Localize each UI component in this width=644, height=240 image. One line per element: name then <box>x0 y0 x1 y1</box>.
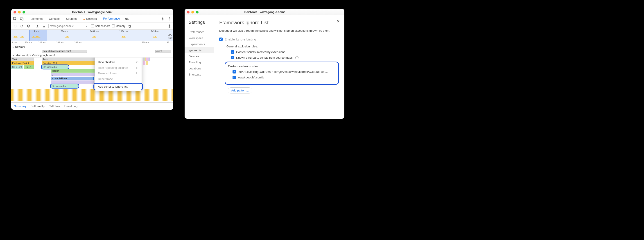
timeline-overview[interactable]: 4 ms 994 ms 1494 ms 1994 ms 2494 ms CPU … <box>11 30 173 41</box>
minimize-window-icon[interactable] <box>18 11 21 13</box>
svg-point-7 <box>14 25 16 27</box>
screenshots-label: Screenshots <box>95 24 110 28</box>
svg-line-9 <box>28 25 30 27</box>
devtools-settings-window: DevTools - www.google.com/ Settings Pref… <box>184 9 344 119</box>
nav-workspace[interactable]: Workspace <box>189 35 214 41</box>
gc-icon[interactable] <box>127 24 132 28</box>
tab-elements[interactable]: Elements <box>28 15 45 22</box>
enable-label: Enable Ignore Listing <box>224 37 256 41</box>
close-window-icon[interactable] <box>187 11 190 13</box>
content-scripts-checkbox[interactable]: ✓Content scripts injected by extensions <box>231 50 339 54</box>
cpu-label: CPU <box>168 34 172 36</box>
flame-evaluate-script[interactable]: Evaluate Script <box>11 61 34 65</box>
svg-point-10 <box>169 25 170 26</box>
third-party-checkbox[interactable]: ✓Known third-party scripts from source m… <box>231 56 339 59</box>
trace-selector[interactable] <box>50 24 84 28</box>
svg-point-4 <box>169 17 170 18</box>
flame-ignore-list[interactable]: On ignore list <box>42 65 68 69</box>
menu-hide-children[interactable]: Hide childrenC <box>95 59 142 65</box>
tab-performance[interactable]: Performance <box>101 15 122 22</box>
nav-devices[interactable]: Devices <box>189 53 214 59</box>
overview-tick: 1994 ms <box>119 30 128 33</box>
nav-experiments[interactable]: Experiments <box>189 41 214 47</box>
panel-tabs: Elements Console Sources Network Perform… <box>11 15 173 22</box>
svg-point-5 <box>169 18 170 19</box>
custom-rule-2[interactable]: ✓www\.google\.com\b <box>232 76 336 79</box>
flame-ignore-list[interactable]: On ignore list <box>51 84 78 88</box>
content-subtext: Debugger will skip through the scripts a… <box>219 29 339 33</box>
context-menu: Hide functionH Hide childrenC Hide repea… <box>94 58 142 91</box>
settings-content: ✕ Framework Ignore List Debugger will sk… <box>214 15 344 119</box>
help-icon[interactable]: ? <box>295 56 298 59</box>
clear-icon[interactable] <box>26 24 31 28</box>
tab-sources[interactable]: Sources <box>64 15 79 22</box>
network-track-header[interactable]: ▶Network <box>11 45 173 49</box>
svg-point-6 <box>169 19 170 20</box>
btab-eventlog[interactable]: Event Log <box>64 105 78 108</box>
detail-tabs: Summary Bottom-Up Call Tree Event Log <box>11 103 173 110</box>
enable-ignore-listing-checkbox[interactable]: ✓ Enable Ignore Listing <box>219 37 339 41</box>
custom-rules-highlight: Custom exclusion rules: ✓/ee=ALeJib:B8gL… <box>225 62 339 85</box>
screenshots-checkbox[interactable]: Screenshots <box>91 24 110 28</box>
flame-ignore-list[interactable]: On i...list <box>11 65 23 69</box>
flame-chart[interactable]: Task Task Evaluate Script Function Call … <box>11 58 173 103</box>
overview-tick: 1494 ms <box>90 30 98 33</box>
btab-bottomup[interactable]: Bottom-Up <box>30 105 44 108</box>
window-title: DevTools - www.google.com/ <box>11 10 173 14</box>
tab-network[interactable]: Network <box>81 15 99 22</box>
nav-locations[interactable]: Locations <box>189 65 214 71</box>
inspect-icon[interactable] <box>12 16 18 21</box>
devtools-performance-window: DevTools - www.google.com/ Elements Cons… <box>11 9 173 110</box>
add-pattern-button[interactable]: Add pattern... <box>228 87 252 94</box>
nav-shortcuts[interactable]: Shortcuts <box>189 71 214 78</box>
kebab-menu-icon[interactable] <box>167 16 172 21</box>
overview-tick: 4 ms <box>34 30 39 33</box>
btab-calltree[interactable]: Call Tree <box>48 105 60 108</box>
detail-ruler[interactable]: 9 ms 324 ms 329 ms 334 ms 339 ms 359 ms … <box>11 41 173 45</box>
device-toggle-icon[interactable] <box>19 16 24 21</box>
svg-rect-2 <box>22 18 23 20</box>
maximize-window-icon[interactable] <box>22 11 25 13</box>
general-rules-header: General exclusion rules: <box>226 45 339 48</box>
menu-hide-function[interactable]: Hide functionH <box>95 58 142 59</box>
svg-point-3 <box>162 18 164 19</box>
menu-hide-repeating: Hide repeating childrenR <box>95 65 142 71</box>
download-icon[interactable] <box>42 24 46 28</box>
settings-title: Settings <box>189 20 214 25</box>
content-heading: Framework Ignore List <box>219 20 339 26</box>
upload-icon[interactable] <box>35 24 40 28</box>
minimize-window-icon[interactable] <box>191 11 194 13</box>
nav-throttling[interactable]: Throttling <box>189 59 214 65</box>
tab-console[interactable]: Console <box>46 15 62 22</box>
custom-rule-1[interactable]: ✓/ee=ALeJib:B8gLwd;AfeaP:TkrAjf;Afksuc:w… <box>232 70 336 74</box>
reload-record-icon[interactable] <box>19 24 24 28</box>
menu-reset-children: Reset childrenU <box>95 71 142 76</box>
maximize-window-icon[interactable] <box>196 11 198 13</box>
network-row: gen_204 (www.google.com) client_ <box>11 49 173 53</box>
flame-task[interactable]: Task <box>11 58 34 61</box>
memory-checkbox[interactable]: Memory <box>112 24 126 28</box>
nav-preferences[interactable]: Preferences <box>189 29 214 35</box>
more-tabs-icon[interactable]: » <box>124 16 129 21</box>
network-item[interactable]: client_ <box>155 50 171 53</box>
network-item[interactable]: gen_204 (www.google.com) <box>42 50 87 53</box>
settings-nav: Settings Preferences Workspace Experimen… <box>184 15 214 119</box>
capture-settings-gear-icon[interactable] <box>167 24 172 28</box>
main-track-header[interactable]: ▼Main — https://www.google.com/ <box>11 53 173 58</box>
nav-ignore-list[interactable]: Ignore List <box>184 47 214 53</box>
menu-add-to-ignore-list[interactable]: Add script to ignore list <box>95 84 142 89</box>
overview-tick: 2494 ms <box>151 30 159 33</box>
net-label: NET <box>168 37 172 40</box>
record-icon[interactable] <box>12 24 18 28</box>
settings-gear-icon[interactable] <box>160 16 165 21</box>
close-icon[interactable]: ✕ <box>336 19 340 24</box>
performance-toolbar: ▾ Screenshots Memory <box>11 22 173 30</box>
custom-rules-header: Custom exclusion rules: <box>228 65 336 68</box>
flame-handle-event[interactable]: z.handleEvent <box>51 77 94 80</box>
close-window-icon[interactable] <box>14 11 16 13</box>
overview-tick: 994 ms <box>61 30 68 33</box>
menu-reset-trace: Reset trace <box>95 76 142 82</box>
titlebar: DevTools - www.google.com/ <box>11 9 173 15</box>
flame-bar[interactable]: Ru...s <box>24 65 34 69</box>
btab-summary[interactable]: Summary <box>14 105 26 108</box>
